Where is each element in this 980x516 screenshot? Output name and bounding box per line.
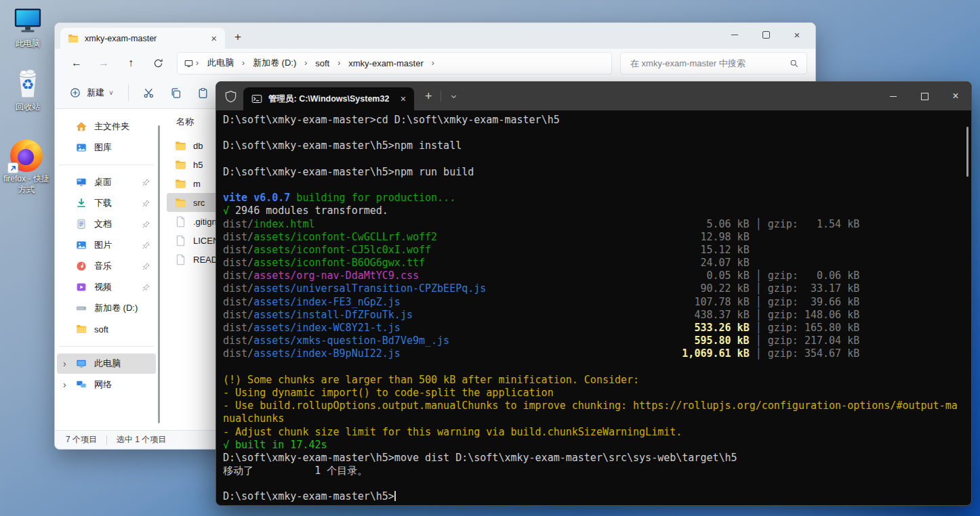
folder-icon [175,140,186,152]
sidebar-item-home[interactable]: 主文件夹 [57,116,156,137]
terminal-content[interactable]: D:\soft\xmky-exam-master>cd D:\soft\xmky… [216,110,971,505]
terminal-line [223,153,966,166]
sidebar-item-music[interactable]: 音乐 [57,256,156,276]
maximize-button[interactable] [909,82,940,110]
document-icon [76,219,87,230]
file-name: db [193,141,203,151]
up-button[interactable]: ↑ [117,52,144,74]
breadcrumb-item[interactable]: soft [309,56,335,70]
desktop-icon-firefox[interactable]: firefox - 快捷方式 [1,139,52,195]
cut-button[interactable] [136,81,163,104]
terminal-line: dist/assets/xmks-question-Bd7Ve9m_.js 59… [223,335,966,347]
forward-button[interactable]: → [90,52,117,74]
close-button[interactable]: × [940,82,971,110]
folder-icon [175,197,186,209]
minimize-button[interactable] [878,82,909,110]
terminal-line: dist/assets/universalTransition-CPZbEEPq… [223,282,966,295]
pin-icon [142,262,150,271]
terminal-scrollbar-thumb[interactable] [966,127,968,177]
sidebar-item-network[interactable]: ›网络 [57,374,156,395]
pin-icon [142,199,150,208]
pin-icon [142,241,150,250]
pin-icon [142,178,150,187]
new-button-label: 新建 [87,87,104,99]
folder-icon [175,178,186,190]
tab-close-icon[interactable]: × [395,93,411,104]
close-button[interactable]: × [781,23,813,46]
sidebar-item-drive-d[interactable]: 新加卷 (D:) [57,298,156,318]
file-icon [175,254,186,265]
desktop-icon-this-pc[interactable]: 此电脑 [3,5,53,49]
search-input[interactable] [629,58,790,69]
terminal-window: 管理员: C:\Windows\System32 × + × D:\soft\x… [216,81,972,506]
terminal-line [223,179,966,192]
plus-circle-icon [70,87,81,98]
breadcrumb-separator: › [335,58,342,68]
desktop-icon-label: firefox - 快捷方式 [1,174,52,195]
tab-close-icon[interactable]: × [207,33,221,44]
chevron-right-icon[interactable]: › [63,359,66,368]
paste-button[interactable] [190,81,217,104]
copy-button[interactable] [163,81,190,104]
refresh-button[interactable] [144,52,171,74]
sidebar-separator [59,165,154,165]
folder-icon [76,324,87,335]
new-tab-button[interactable]: + [425,89,432,104]
sidebar-item-label: 主文件夹 [94,121,129,133]
sidebar-item-label: 网络 [94,379,112,391]
sidebar-item-desktop[interactable]: 桌面 [57,172,156,192]
sidebar-item-videos[interactable]: 视频 [57,277,156,297]
search-icon[interactable] [790,59,798,68]
recycle-symbol: ♻ [22,77,35,93]
terminal-line [223,361,966,374]
terminal-line: dist/index.html 5.06 kB │ gzip: 1.54 kB [223,218,966,231]
search-box[interactable] [620,52,807,74]
sidebar-item-pictures[interactable]: 图片 [57,235,156,255]
minimize-button[interactable] [719,23,750,46]
sidebar-item-this-pc[interactable]: ›此电脑 [57,353,156,374]
breadcrumb-item[interactable]: 新加卷 (D:) [247,55,302,71]
file-icon [175,216,186,228]
monitor-icon [184,59,193,68]
toolbar-divider [128,85,129,101]
terminal-tab-title: 管理员: C:\Windows\System32 [268,93,389,105]
breadcrumb-item[interactable]: 此电脑 [201,55,240,71]
breadcrumb-item[interactable]: xmky-exam-master [342,56,430,70]
terminal-tab[interactable]: 管理员: C:\Windows\System32 × [243,87,414,110]
terminal-line: - Using dynamic import() to code-split t… [223,387,966,400]
terminal-line: √ built in 17.42s [223,439,966,452]
new-tab-button[interactable]: + [234,30,241,44]
terminal-line: dist/assets/install-DfZFouTk.js 438.37 k… [223,309,966,322]
terminal-line: D:\soft\xmky-exam-master\h5> [223,490,966,503]
terminal-line: dist/assets/org-nav-DdaMtYC9.css 0.05 kB… [223,270,966,282]
breadcrumb-separator: › [302,58,309,68]
new-button[interactable]: 新建 ˅ [62,82,121,104]
sidebar-item-label: soft [94,324,108,335]
this-pc-icon [12,5,43,37]
terminal-line: D:\soft\xmky-exam-master\h5>npm run buil… [223,166,966,179]
sidebar-item-documents[interactable]: 文档 [57,214,156,234]
terminal-line: dist/assets/index-FE3_nGpZ.js 107.78 kB … [223,296,966,309]
explorer-tab[interactable]: xmky-exam-master × [60,28,225,49]
minimize-icon [890,96,897,97]
back-button[interactable]: ← [63,52,90,74]
terminal-line: 移动了 1 个目录。 [223,465,966,477]
sidebar-item-gallery[interactable]: 图库 [57,137,156,158]
desktop-icon-recycle-bin[interactable]: ♻ 回收站 [3,66,53,113]
network-icon [76,379,87,390]
gallery-icon [76,142,87,153]
breadcrumb-separator: › [240,58,247,68]
terminal-line: D:\soft\xmky-exam-master>cd D:\soft\xmky… [223,114,966,127]
explorer-tab-title: xmky-exam-master [85,34,201,43]
chevron-down-icon[interactable] [441,91,462,102]
maximize-button[interactable] [750,23,781,46]
terminal-line [223,127,966,139]
status-item-count: 7 个项目 [66,434,97,446]
sidebar-item-label: 此电脑 [94,358,121,370]
terminal-title-bar: 管理员: C:\Windows\System32 × + × [216,82,971,110]
breadcrumb-separator: › [430,58,436,68]
home-icon [76,121,87,132]
sidebar-item-soft[interactable]: soft [57,319,156,339]
sidebar-item-downloads[interactable]: 下载 [57,193,156,213]
chevron-right-icon[interactable]: › [63,380,66,389]
